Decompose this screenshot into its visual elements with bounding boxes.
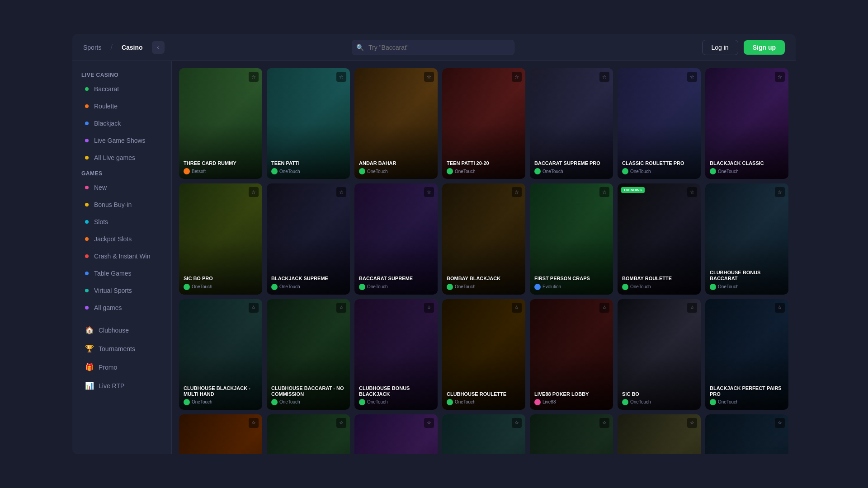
provider-dot [184,168,190,174]
favorite-clubhouse-baccarat-no-commission[interactable]: ☆ [336,303,346,313]
game-card-cards-game[interactable]: ☆ CARDS GAME OneTouch [530,414,613,454]
provider-dot [359,284,365,290]
game-card-blackjack-supreme[interactable]: ☆ BLACKJACK SUPREME OneTouch [267,183,350,294]
favorite-teen-patti-20-20[interactable]: ☆ [512,72,522,82]
game-card-blackjack-classic[interactable]: ☆ BLACKJACK CLASSIC OneTouch [705,68,788,179]
signup-button[interactable]: Sign up [744,40,785,55]
sidebar-item-blackjack[interactable]: Blackjack [76,115,168,131]
collapse-sidebar-button[interactable]: ‹ [152,41,165,54]
game-card-clubhouse-baccarat-no-commission[interactable]: ☆ CLUBHOUSE BACCARAT - NO COMMISSION One… [267,299,350,410]
provider-dot [184,284,190,290]
sidebar-item-virtual-sports[interactable]: Virtual Sports [76,282,168,299]
game-card-sic-bo-pro[interactable]: ☆ SIC BO PRO OneTouch [179,183,262,294]
nav-casino[interactable]: Casino [122,44,143,51]
provider-dot [710,284,716,290]
table-dot [85,272,89,275]
game-title-blackjack-supreme: BLACKJACK SUPREME [271,276,328,282]
favorite-clubhouse-bonus-baccarat[interactable]: ☆ [775,187,785,197]
favorite-sic-bo[interactable]: ☆ [687,303,697,313]
sidebar-item-baccarat[interactable]: Baccarat [76,81,168,97]
favorite-blackjack-classic[interactable]: ☆ [775,72,785,82]
sidebar-item-slots[interactable]: Slots [76,214,168,230]
favorite-blackjack-row4[interactable]: ☆ [336,418,346,428]
sidebar-item-bonus-buy-in[interactable]: Bonus Buy-in [76,197,168,213]
sidebar-label-live-game-shows: Live Game Shows [94,137,146,144]
game-card-andar-bahar[interactable]: ☆ ANDAR BAHAR OneTouch [354,68,438,179]
game-card-bombay-roulette[interactable]: ☆ TRENDING BOMBAY ROULETTE OneTouch [618,183,701,294]
game-card-king[interactable]: ☆ KING OneTouch [179,414,262,454]
favorite-clubhouse-roulette[interactable]: ☆ [512,303,522,313]
favorite-king[interactable]: ☆ [249,418,259,428]
game-card-clubhouse-roulette[interactable]: ☆ CLUBHOUSE ROULETTE OneTouch [442,299,525,410]
sidebar-item-live-game-shows[interactable]: Live Game Shows [76,132,168,149]
game-card-mega[interactable]: ☆ MEGA OneTouch [354,414,438,454]
game-card-first-person-craps[interactable]: ☆ FIRST PERSON CRAPS Evolution [530,183,613,294]
sidebar-item-all-games[interactable]: All games [76,300,168,316]
favorite-blackjack-perfect-pairs-pro[interactable]: ☆ [775,303,785,313]
sidebar-label-slots: Slots [94,218,108,225]
game-card-blackjack-row4[interactable]: ☆ BLACKJACK OneTouch [267,414,350,454]
sidebar-item-clubhouse[interactable]: 🏠 Clubhouse [76,321,168,339]
favorite-bombay-roulette[interactable]: ☆ [687,187,697,197]
sidebar-item-jackpot-slots[interactable]: Jackpot Slots [76,231,168,247]
game-title-teen-patti: TEEN PATTI [271,160,300,166]
game-card-teen-patti-20-20[interactable]: ☆ TEEN PATTI 20-20 OneTouch [442,68,525,179]
game-card-live-game-4[interactable]: ☆ LIVE GAME OneTouch [442,414,525,454]
favorite-sic-bo-pro[interactable]: ☆ [249,187,259,197]
provider-dot [271,284,278,290]
sidebar-item-promo[interactable]: 🎁 Promo [76,358,168,376]
game-card-classic-roulette-pro[interactable]: ☆ CLASSIC ROULETTE PRO OneTouch [618,68,701,179]
login-button[interactable]: Log in [702,40,738,55]
favorite-blackjack-21[interactable]: ☆ [775,418,785,428]
favorite-three-card-rummy[interactable]: ☆ [249,72,259,82]
game-card-clubhouse-bonus-baccarat[interactable]: ☆ CLUBHOUSE BONUS BACCARAT OneTouch [705,183,788,294]
game-card-three-card-rummy[interactable]: ☆ THREE CARD RUMMY Betsoft [179,68,262,179]
game-card-blackjack-perfect-pairs-pro[interactable]: ☆ BLACKJACK PERFECT PAIRS PRO OneTouch [705,299,788,410]
sidebar-item-crash-instant-win[interactable]: Crash & Instant Win [76,248,168,264]
favorite-clubhouse-blackjack-multi-hand[interactable]: ☆ [249,303,259,313]
game-card-baccarat-supreme[interactable]: ☆ BACCARAT SUPREME OneTouch [354,183,438,294]
game-card-sic-bo[interactable]: ☆ SIC BO OneTouch [618,299,701,410]
favorite-first-person-craps[interactable]: ☆ [599,187,609,197]
game-card-clubhouse-bonus-blackjack[interactable]: ☆ CLUBHOUSE BONUS BLACKJACK OneTouch [354,299,438,410]
search-input[interactable] [352,40,514,55]
favorite-mega[interactable]: ☆ [424,418,434,428]
game-title-classic-roulette-pro: CLASSIC ROULETTE PRO [622,160,684,166]
favorite-live-game-4[interactable]: ☆ [512,418,522,428]
sidebar: Live Casino Baccarat Roulette Blackjack … [72,61,172,454]
favorite-baccarat-supreme-pro[interactable]: ☆ [599,72,609,82]
favorite-live88-poker-lobby[interactable]: ☆ [599,303,609,313]
favorite-classic-roulette-pro[interactable]: ☆ [687,72,697,82]
favorite-live-dealer[interactable]: ☆ [687,418,697,428]
sidebar-item-tournaments[interactable]: 🏆 Tournaments [76,340,168,357]
favorite-andar-bahar[interactable]: ☆ [424,72,434,82]
game-card-bombay-blackjack[interactable]: ☆ BOMBAY BLACKJACK OneTouch [442,183,525,294]
game-provider-blackjack-classic: OneTouch [710,168,764,174]
nav-sports[interactable]: Sports [83,44,101,51]
sidebar-item-live-rtp[interactable]: 📊 Live RTP [76,377,168,394]
sidebar-item-table-games[interactable]: Table Games [76,265,168,282]
sidebar-item-roulette[interactable]: Roulette [76,98,168,114]
game-card-live-dealer[interactable]: ☆ LIVE DEALER OneTouch [618,414,701,454]
favorite-cards-game[interactable]: ☆ [599,418,609,428]
game-title-baccarat-supreme: BACCARAT SUPREME [359,276,413,282]
game-provider-sic-bo: OneTouch [622,399,651,405]
sidebar-item-new[interactable]: New [76,179,168,196]
favorite-clubhouse-bonus-blackjack[interactable]: ☆ [424,303,434,313]
sidebar-item-all-live-games[interactable]: All Live games [76,150,168,166]
favorite-teen-patti[interactable]: ☆ [336,72,346,82]
game-provider-bombay-blackjack: OneTouch [447,284,500,290]
game-provider-teen-patti: OneTouch [271,168,300,174]
game-card-teen-patti[interactable]: ☆ TEEN PATTI OneTouch [267,68,350,179]
game-provider-andar-bahar: OneTouch [359,168,396,174]
game-card-clubhouse-blackjack-multi-hand[interactable]: ☆ CLUBHOUSE BLACKJACK - MULTI HAND OneTo… [179,299,262,410]
game-title-bombay-roulette: BOMBAY ROULETTE [622,276,672,282]
game-title-teen-patti-20-20: TEEN PATTI 20-20 [447,160,489,166]
favorite-blackjack-supreme[interactable]: ☆ [336,187,346,197]
favorite-bombay-blackjack[interactable]: ☆ [512,187,522,197]
game-title-sic-bo-pro: SIC BO PRO [184,276,213,282]
game-card-blackjack-21[interactable]: ☆ BLACKJACK 21 OneTouch [705,414,788,454]
favorite-baccarat-supreme[interactable]: ☆ [424,187,434,197]
game-card-baccarat-supreme-pro[interactable]: ☆ BACCARAT SUPREME PRO OneTouch [530,68,613,179]
game-card-live88-poker-lobby[interactable]: ☆ LIVE88 POKER LOBBY Live88 [530,299,613,410]
